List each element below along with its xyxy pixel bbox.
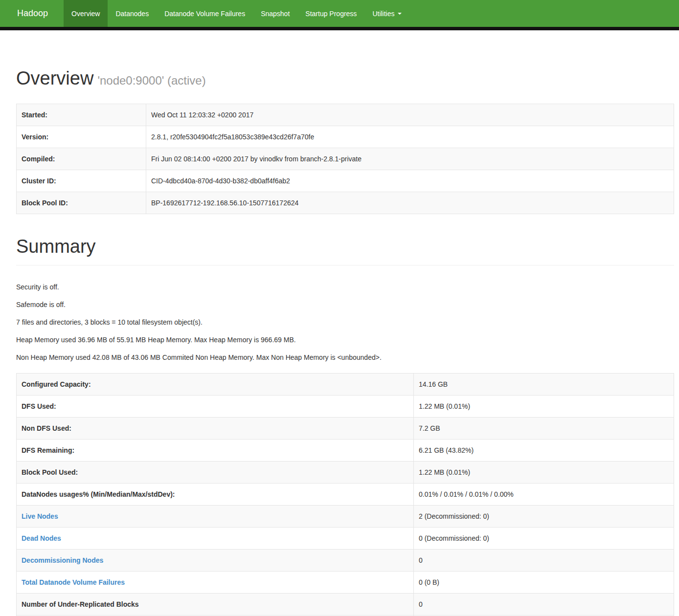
top-navbar: Hadoop Overview Datanodes Datanode Volum… — [0, 0, 679, 27]
table-row: Block Pool Used: 1.22 MB (0.01%) — [17, 461, 674, 483]
row-value: 0 — [414, 549, 674, 571]
page-subtitle: 'node0:9000' (active) — [97, 74, 205, 87]
table-row: DataNodes usages% (Min/Median/Max/stdDev… — [17, 483, 674, 505]
row-label: Block Pool Used: — [17, 461, 414, 483]
table-row: DFS Remaining: 6.21 GB (43.82%) — [17, 439, 674, 461]
row-label: Started: — [17, 104, 146, 126]
row-label: DataNodes usages% (Min/Median/Max/stdDev… — [17, 483, 414, 505]
main-content: Overview'node0:9000' (active) Started: W… — [0, 68, 679, 616]
row-value: 0.01% / 0.01% / 0.01% / 0.00% — [414, 483, 674, 505]
summary-heading: Summary — [16, 237, 674, 257]
table-row: Compiled: Fri Jun 02 08:14:00 +0200 2017… — [17, 148, 674, 170]
row-label: Configured Capacity: — [17, 373, 414, 395]
row-value: CID-4dbcd40a-870d-4d30-b382-db0aff4f6ab2 — [146, 170, 674, 192]
navbar-bottom-strip — [0, 27, 679, 30]
row-value: Fri Jun 02 08:14:00 +0200 2017 by vinodk… — [146, 148, 674, 170]
row-label: Cluster ID: — [17, 170, 146, 192]
row-value: 2.8.1, r20fe5304904fc2f5a18053c389e43cd2… — [146, 126, 674, 148]
nav-item-label: Datanode Volume Failures — [164, 10, 245, 18]
safemode-status-text: Safemode is off. — [16, 300, 674, 309]
table-row: Non DFS Used: 7.2 GB — [17, 417, 674, 439]
row-label: Version: — [17, 126, 146, 148]
brand-hadoop[interactable]: Hadoop — [0, 0, 64, 27]
nav-item-label: Overview — [71, 10, 100, 18]
row-label: Compiled: — [17, 148, 146, 170]
nav-item-label: Snapshot — [261, 10, 290, 18]
table-row: Dead Nodes 0 (Decommissioned: 0) — [17, 527, 674, 549]
row-label: Live Nodes — [17, 505, 414, 527]
overview-table: Started: Wed Oct 11 12:03:32 +0200 2017 … — [16, 104, 674, 214]
table-row: Started: Wed Oct 11 12:03:32 +0200 2017 — [17, 104, 674, 126]
nav-item-datanodes[interactable]: Datanodes — [108, 0, 157, 27]
nav-item-label: Utilities — [372, 10, 394, 18]
row-label: DFS Remaining: — [17, 439, 414, 461]
row-label: Non DFS Used: — [17, 417, 414, 439]
row-value: Wed Oct 11 12:03:32 +0200 2017 — [146, 104, 674, 126]
nav-item-datanode-volume-failures[interactable]: Datanode Volume Failures — [157, 0, 253, 27]
row-value: 0 — [414, 593, 674, 615]
live-nodes-link[interactable]: Live Nodes — [22, 512, 58, 520]
nav-item-overview[interactable]: Overview — [64, 0, 108, 27]
row-label: Number of Under-Replicated Blocks — [17, 593, 414, 615]
table-row: Version: 2.8.1, r20fe5304904fc2f5a18053c… — [17, 126, 674, 148]
summary-table: Configured Capacity: 14.16 GB DFS Used: … — [16, 373, 674, 616]
row-value: 6.21 GB (43.82%) — [414, 439, 674, 461]
page-title-text: Overview — [16, 68, 93, 88]
summary-paragraphs: Security is off. Safemode is off. 7 file… — [16, 282, 674, 362]
row-label: Decommissioning Nodes — [17, 549, 414, 571]
table-row: Configured Capacity: 14.16 GB — [17, 373, 674, 395]
table-row: Decommissioning Nodes 0 — [17, 549, 674, 571]
nav-item-utilities-dropdown[interactable]: Utilities — [364, 0, 409, 27]
row-value: 1.22 MB (0.01%) — [414, 395, 674, 417]
chevron-down-icon — [398, 13, 402, 15]
non-heap-memory-text: Non Heap Memory used 42.08 MB of 43.06 M… — [16, 352, 674, 362]
heap-memory-text: Heap Memory used 36.96 MB of 55.91 MB He… — [16, 335, 674, 345]
row-value: BP-1692617712-192.168.56.10-150771617262… — [146, 192, 674, 214]
section-divider — [16, 265, 674, 265]
decommissioning-nodes-link[interactable]: Decommissioning Nodes — [22, 556, 103, 564]
total-datanode-volume-failures-link[interactable]: Total Datanode Volume Failures — [22, 578, 125, 586]
page-title: Overview'node0:9000' (active) — [16, 68, 674, 89]
nav-item-label: Datanodes — [115, 10, 149, 18]
row-value: 14.16 GB — [414, 373, 674, 395]
row-label: Total Datanode Volume Failures — [17, 571, 414, 593]
row-label: DFS Used: — [17, 395, 414, 417]
nav-item-snapshot[interactable]: Snapshot — [253, 0, 297, 27]
table-row: Live Nodes 2 (Decommissioned: 0) — [17, 505, 674, 527]
table-row: Block Pool ID: BP-1692617712-192.168.56.… — [17, 192, 674, 214]
row-value: 0 (Decommissioned: 0) — [414, 527, 674, 549]
dead-nodes-link[interactable]: Dead Nodes — [22, 534, 61, 542]
table-row: Number of Under-Replicated Blocks 0 — [17, 593, 674, 615]
row-value: 2 (Decommissioned: 0) — [414, 505, 674, 527]
navbar-menu: Overview Datanodes Datanode Volume Failu… — [64, 0, 409, 27]
row-value: 0 (0 B) — [414, 571, 674, 593]
row-label: Dead Nodes — [17, 527, 414, 549]
security-status-text: Security is off. — [16, 282, 674, 292]
table-row: DFS Used: 1.22 MB (0.01%) — [17, 395, 674, 417]
row-value: 1.22 MB (0.01%) — [414, 461, 674, 483]
filesystem-objects-text: 7 files and directories, 3 blocks = 10 t… — [16, 317, 674, 327]
nav-item-label: Startup Progress — [305, 10, 357, 18]
row-label: Block Pool ID: — [17, 192, 146, 214]
table-row: Total Datanode Volume Failures 0 (0 B) — [17, 571, 674, 593]
table-row: Cluster ID: CID-4dbcd40a-870d-4d30-b382-… — [17, 170, 674, 192]
nav-item-startup-progress[interactable]: Startup Progress — [297, 0, 364, 27]
row-value: 7.2 GB — [414, 417, 674, 439]
